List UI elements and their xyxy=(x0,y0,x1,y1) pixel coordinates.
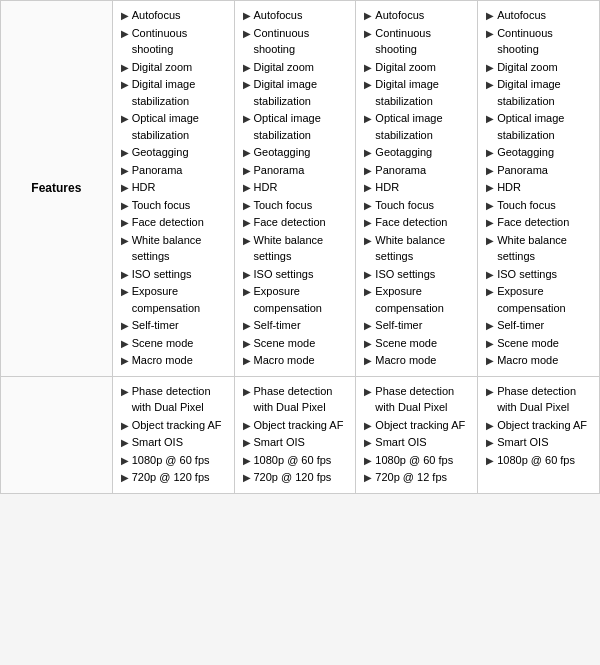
feature-text: Macro mode xyxy=(254,352,315,369)
bullet-icon: ▶ xyxy=(486,8,494,23)
bullet-icon: ▶ xyxy=(121,60,129,75)
bullet-icon: ▶ xyxy=(243,284,251,299)
bullet-icon: ▶ xyxy=(486,198,494,213)
comparison-table: Features▶Autofocus▶Continuous shooting▶D… xyxy=(0,0,600,494)
bullet-icon: ▶ xyxy=(364,145,372,160)
feature-cell-s0-c3: ▶Autofocus▶Continuous shooting▶Digital z… xyxy=(478,1,600,377)
list-item: ▶Geotagging xyxy=(486,144,591,161)
list-item: ▶ISO settings xyxy=(243,266,348,283)
bullet-icon: ▶ xyxy=(486,418,494,433)
bullet-icon: ▶ xyxy=(486,233,494,248)
list-item: ▶Smart OIS xyxy=(364,434,469,451)
list-item: ▶Phase detection with Dual Pixel xyxy=(121,383,226,416)
bullet-icon: ▶ xyxy=(364,215,372,230)
feature-text: Object tracking AF xyxy=(132,417,222,434)
feature-text: Optical image stabilization xyxy=(254,110,348,143)
bullet-icon: ▶ xyxy=(243,77,251,92)
bullet-icon: ▶ xyxy=(486,336,494,351)
bullet-icon: ▶ xyxy=(243,470,251,485)
list-item: ▶Object tracking AF xyxy=(243,417,348,434)
feature-text: Object tracking AF xyxy=(254,417,344,434)
bullet-icon: ▶ xyxy=(364,353,372,368)
feature-text: Object tracking AF xyxy=(497,417,587,434)
feature-text: Scene mode xyxy=(497,335,559,352)
list-item: ▶Self-timer xyxy=(121,317,226,334)
feature-cell-s1-c0: ▶Phase detection with Dual Pixel▶Object … xyxy=(112,376,234,493)
bullet-icon: ▶ xyxy=(364,233,372,248)
feature-text: Touch focus xyxy=(254,197,313,214)
feature-text: ISO settings xyxy=(132,266,192,283)
feature-text: Self-timer xyxy=(497,317,544,334)
feature-text: HDR xyxy=(254,179,278,196)
list-item: ▶Touch focus xyxy=(121,197,226,214)
bullet-icon: ▶ xyxy=(364,453,372,468)
feature-text: Digital image stabilization xyxy=(497,76,591,109)
bullet-icon: ▶ xyxy=(486,435,494,450)
bullet-icon: ▶ xyxy=(486,215,494,230)
bullet-icon: ▶ xyxy=(486,267,494,282)
list-item: ▶Exposure compensation xyxy=(364,283,469,316)
feature-text: ISO settings xyxy=(254,266,314,283)
list-item: ▶Autofocus xyxy=(486,7,591,24)
bullet-icon: ▶ xyxy=(486,145,494,160)
list-item: ▶White balance settings xyxy=(121,232,226,265)
bullet-icon: ▶ xyxy=(121,77,129,92)
feature-text: 720p @ 120 fps xyxy=(254,469,332,486)
list-item: ▶Phase detection with Dual Pixel xyxy=(364,383,469,416)
bullet-icon: ▶ xyxy=(364,384,372,399)
bullet-icon: ▶ xyxy=(243,318,251,333)
list-item: ▶White balance settings xyxy=(486,232,591,265)
list-item: ▶Optical image stabilization xyxy=(121,110,226,143)
feature-cell-s1-c1: ▶Phase detection with Dual Pixel▶Object … xyxy=(234,376,356,493)
bullet-icon: ▶ xyxy=(121,145,129,160)
list-item: ▶ISO settings xyxy=(486,266,591,283)
feature-text: Phase detection with Dual Pixel xyxy=(132,383,226,416)
bullet-icon: ▶ xyxy=(364,418,372,433)
bullet-icon: ▶ xyxy=(243,267,251,282)
bullet-icon: ▶ xyxy=(364,336,372,351)
list-item: ▶Face detection xyxy=(486,214,591,231)
list-item: ▶720p @ 120 fps xyxy=(243,469,348,486)
list-item: ▶White balance settings xyxy=(243,232,348,265)
list-item: ▶HDR xyxy=(364,179,469,196)
list-item: ▶720p @ 120 fps xyxy=(121,469,226,486)
bullet-icon: ▶ xyxy=(364,77,372,92)
bullet-icon: ▶ xyxy=(243,336,251,351)
bullet-icon: ▶ xyxy=(486,353,494,368)
list-item: ▶Autofocus xyxy=(121,7,226,24)
list-item: ▶Autofocus xyxy=(243,7,348,24)
list-item: ▶1080p @ 60 fps xyxy=(121,452,226,469)
list-item: ▶Exposure compensation xyxy=(486,283,591,316)
feature-text: ISO settings xyxy=(497,266,557,283)
list-item: ▶Digital zoom xyxy=(486,59,591,76)
feature-text: Digital image stabilization xyxy=(254,76,348,109)
list-item: ▶Continuous shooting xyxy=(243,25,348,58)
feature-text: Digital image stabilization xyxy=(375,76,469,109)
bullet-icon: ▶ xyxy=(243,198,251,213)
feature-text: Digital image stabilization xyxy=(132,76,226,109)
bullet-icon: ▶ xyxy=(364,60,372,75)
feature-text: Optical image stabilization xyxy=(497,110,591,143)
bullet-icon: ▶ xyxy=(364,435,372,450)
feature-text: Smart OIS xyxy=(132,434,183,451)
feature-text: Geotagging xyxy=(132,144,189,161)
bullet-icon: ▶ xyxy=(121,111,129,126)
list-item: ▶Digital image stabilization xyxy=(243,76,348,109)
bullet-icon: ▶ xyxy=(486,26,494,41)
list-item: ▶Continuous shooting xyxy=(486,25,591,58)
list-item: ▶1080p @ 60 fps xyxy=(486,452,591,469)
list-item: ▶Touch focus xyxy=(486,197,591,214)
bullet-icon: ▶ xyxy=(243,418,251,433)
feature-text: Autofocus xyxy=(375,7,424,24)
list-item: ▶HDR xyxy=(243,179,348,196)
bullet-icon: ▶ xyxy=(121,215,129,230)
list-item: ▶720p @ 12 fps xyxy=(364,469,469,486)
list-item: ▶Object tracking AF xyxy=(486,417,591,434)
list-item: ▶Scene mode xyxy=(486,335,591,352)
feature-text: Geotagging xyxy=(375,144,432,161)
bullet-icon: ▶ xyxy=(121,318,129,333)
list-item: ▶Face detection xyxy=(243,214,348,231)
feature-text: Self-timer xyxy=(254,317,301,334)
bullet-icon: ▶ xyxy=(486,111,494,126)
feature-text: Macro mode xyxy=(497,352,558,369)
